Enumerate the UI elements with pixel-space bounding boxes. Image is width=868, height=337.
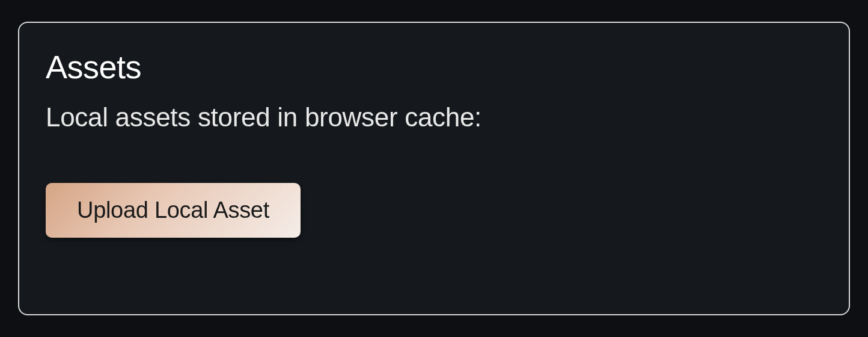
card-title: Assets <box>46 48 822 85</box>
assets-card: Assets Local assets stored in browser ca… <box>18 22 850 315</box>
card-description: Local assets stored in browser cache: <box>46 102 822 132</box>
upload-local-asset-button[interactable]: Upload Local Asset <box>46 183 301 238</box>
